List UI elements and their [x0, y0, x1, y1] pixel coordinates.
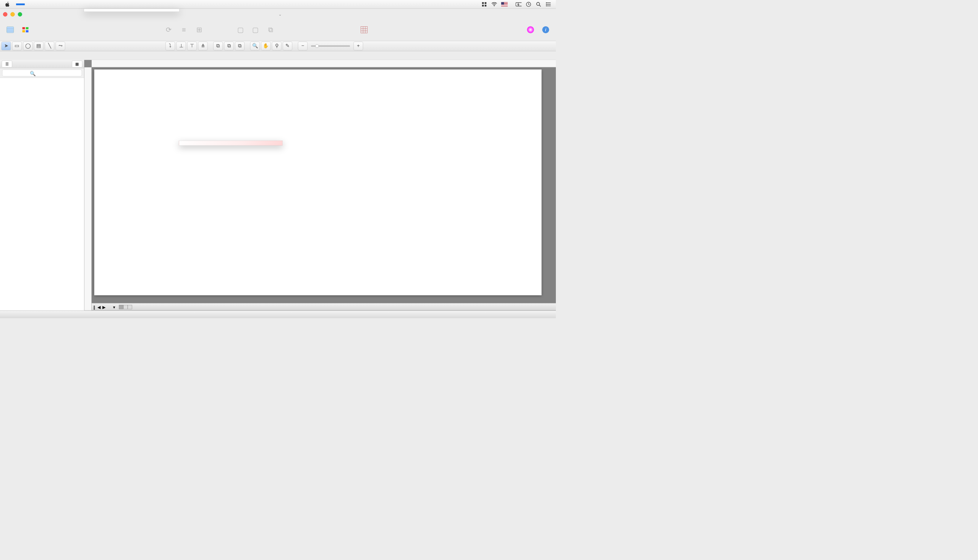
line-tool[interactable]: ╲	[45, 42, 54, 50]
titlebar: ⌄	[0, 10, 556, 19]
zoom-window-button[interactable]	[18, 12, 22, 17]
page-viewport[interactable]: ‖ ◀ ▶ ▾	[92, 67, 556, 310]
toolbar-color[interactable]	[523, 24, 538, 36]
svg-point-8	[537, 2, 540, 5]
zoom-tool[interactable]: 🔍	[250, 42, 260, 50]
menu-help[interactable]	[103, 3, 112, 5]
app-window: ⌄ ⟳ ≡ ⊞ ▢ ▢ ⧉ i ➤ ▭ ◯ ▤ ╲ ⤳	[0, 10, 556, 318]
sidebar-view-toggle[interactable]: ☰	[2, 60, 12, 67]
zoom-out-button[interactable]: −	[298, 42, 308, 50]
page-tab[interactable]	[123, 305, 128, 309]
toolbar-align[interactable]: ≡	[177, 24, 192, 36]
chain-tool-2[interactable]: ⧉	[224, 42, 234, 50]
menu-tools[interactable]	[68, 3, 77, 5]
menu-inspectors[interactable]	[77, 3, 86, 5]
library-sidebar: ☰ ▦ 🔍	[0, 60, 85, 310]
toolbar-identical[interactable]: ⧉	[263, 24, 278, 36]
canvas-area: ‖ ◀ ▶ ▾	[85, 60, 556, 310]
chain-tool-1[interactable]: ⧉	[213, 42, 223, 50]
front-icon[interactable]: ▢	[235, 24, 247, 36]
tree-tool-3[interactable]: ⋔	[198, 42, 207, 50]
close-window-button[interactable]	[3, 12, 7, 17]
title-chevron-icon[interactable]: ⌄	[278, 12, 282, 17]
inspectors-icon[interactable]: i	[540, 24, 551, 36]
export-submenu	[179, 140, 283, 145]
control-center-icon[interactable]	[482, 1, 488, 7]
sidebar-grid-toggle[interactable]: ▦	[72, 60, 82, 67]
svg-rect-2	[482, 5, 484, 7]
pan-tool[interactable]: ✋	[261, 42, 270, 50]
ellipse-tool[interactable]: ◯	[23, 42, 32, 50]
chain-tool-3[interactable]: ⧉	[235, 42, 245, 50]
svg-point-4	[494, 5, 495, 6]
scroll-left-icon[interactable]: ◀	[97, 305, 101, 310]
page-tab-bar: ‖ ◀ ▶ ▾	[92, 303, 556, 310]
identical-icon[interactable]: ⧉	[265, 24, 277, 36]
scroll-right-icon[interactable]: ▶	[102, 305, 106, 310]
curve-tool[interactable]: ⤵	[165, 42, 175, 50]
eyedrop-tool[interactable]: ⚲	[272, 42, 282, 50]
svg-rect-21	[23, 30, 25, 32]
svg-point-15	[546, 5, 546, 6]
search-icon: 🔍	[30, 71, 35, 77]
page-tab[interactable]	[128, 305, 132, 309]
menu-shape[interactable]	[60, 3, 68, 5]
main-toolbar: ⟳ ≡ ⊞ ▢ ▢ ⧉ i	[0, 19, 556, 41]
toolbar-browse-solutions[interactable]	[18, 24, 33, 36]
rotate-flip-icon[interactable]: ⟳	[163, 24, 175, 36]
libraries-icon[interactable]	[4, 24, 16, 36]
scroll-stop-icon[interactable]: ‖	[93, 305, 95, 310]
tool-tab: ➤ ▭ ◯ ▤ ╲ ⤳ ⤵ ⊥ ⊤ ⋔ ⧉ ⧉ ⧉ 🔍 ✋ ⚲ ✎ − +	[0, 41, 556, 51]
back-icon[interactable]: ▢	[250, 24, 262, 36]
toolbar-front[interactable]: ▢	[233, 24, 248, 36]
minimize-window-button[interactable]	[10, 12, 15, 17]
svg-rect-1	[485, 2, 487, 4]
shapes-panel	[0, 78, 84, 310]
notifications-icon[interactable]	[546, 1, 551, 7]
toolbar-grid[interactable]	[357, 24, 372, 36]
wifi-icon[interactable]	[491, 1, 497, 7]
svg-rect-23	[361, 27, 368, 33]
flag-icon[interactable]	[501, 2, 508, 6]
menu-text[interactable]	[51, 3, 60, 5]
grid-icon[interactable]	[358, 24, 370, 36]
zoom-slider[interactable]	[311, 45, 350, 47]
toolbar-libraries[interactable]	[3, 24, 18, 36]
toolbar-rotate-flip[interactable]: ⟳	[161, 24, 177, 36]
align-icon[interactable]: ≡	[178, 24, 190, 36]
svg-rect-0	[482, 2, 484, 4]
tree-tool-2[interactable]: ⊤	[187, 42, 197, 50]
svg-rect-3	[485, 5, 487, 7]
color-icon[interactable]	[525, 24, 536, 36]
battery-icon[interactable]	[515, 1, 521, 7]
pencil-tool[interactable]: ✎	[283, 42, 292, 50]
menubar	[0, 0, 556, 9]
spotlight-icon[interactable]	[536, 1, 542, 7]
menu-view[interactable]	[33, 3, 42, 5]
toolbar-inspectors[interactable]: i	[538, 24, 553, 36]
distribute-icon[interactable]: ⊞	[193, 24, 205, 36]
page-canvas[interactable]	[94, 70, 542, 295]
connector-tool[interactable]: ⤳	[56, 42, 65, 50]
page-tab[interactable]	[119, 305, 123, 309]
rect-tool[interactable]: ▭	[12, 42, 22, 50]
toolbar-distribute[interactable]: ⊞	[192, 24, 207, 36]
menu-insert[interactable]	[42, 3, 51, 5]
menu-window[interactable]	[86, 3, 94, 5]
svg-rect-19	[23, 27, 25, 29]
apple-logo-icon[interactable]	[4, 2, 11, 7]
zoom-in-button[interactable]: +	[353, 42, 363, 50]
menu-file[interactable]	[16, 3, 25, 5]
menu-edit[interactable]	[25, 3, 33, 5]
library-search-input[interactable]	[2, 70, 82, 77]
toolbar-back[interactable]: ▢	[248, 24, 263, 36]
zoom-stepper-icon[interactable]: ▾	[113, 305, 115, 310]
pointer-tool[interactable]: ➤	[1, 42, 11, 50]
ruler-horizontal	[92, 60, 556, 67]
browse-solutions-icon[interactable]	[20, 24, 31, 36]
menu-solutionpark[interactable]	[94, 3, 103, 5]
tree-tool-1[interactable]: ⊥	[177, 42, 186, 50]
text-tool[interactable]: ▤	[34, 42, 43, 50]
clock-icon[interactable]	[526, 1, 532, 7]
svg-rect-20	[26, 27, 29, 29]
